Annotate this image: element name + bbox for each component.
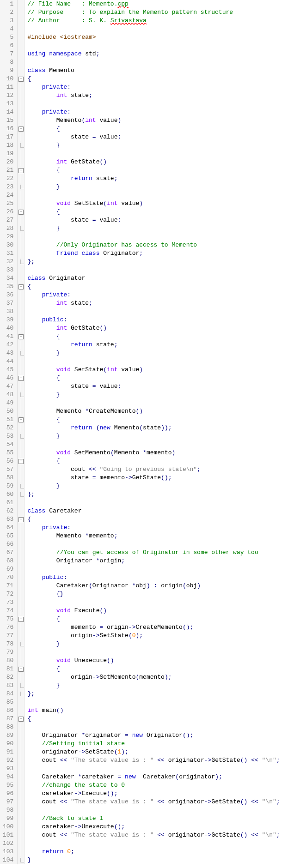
code-line[interactable]: { bbox=[27, 457, 280, 465]
code-line[interactable]: void SetState(int value) bbox=[27, 199, 280, 208]
code-line[interactable]: } bbox=[27, 183, 280, 191]
code-line[interactable]: } bbox=[27, 640, 280, 648]
code-line[interactable] bbox=[27, 598, 280, 607]
code-line[interactable]: Memento *memento; bbox=[27, 532, 280, 540]
code-line[interactable]: return state; bbox=[27, 341, 280, 349]
fold-marker[interactable]: − bbox=[18, 374, 24, 382]
code-line[interactable]: //Setting initial state bbox=[27, 740, 280, 748]
code-line[interactable]: { bbox=[27, 374, 280, 382]
code-line[interactable]: // Purpose : To explain the Memento patt… bbox=[27, 8, 280, 17]
code-line[interactable]: Originator *originator = new Originator(… bbox=[27, 731, 280, 740]
code-line[interactable]: } bbox=[27, 224, 280, 233]
code-line[interactable]: } bbox=[27, 391, 280, 399]
code-line[interactable]: cout << "The state value is : " << origi… bbox=[27, 798, 280, 806]
fold-marker[interactable]: − bbox=[18, 208, 24, 216]
code-line[interactable] bbox=[27, 698, 280, 706]
code-line[interactable] bbox=[27, 540, 280, 549]
code-line[interactable]: int GetState() bbox=[27, 324, 280, 332]
code-line[interactable]: //You can get access of Originator in so… bbox=[27, 549, 280, 557]
fold-marker[interactable]: − bbox=[18, 125, 24, 133]
code-line[interactable]: { bbox=[27, 615, 280, 623]
fold-marker[interactable]: − bbox=[18, 75, 24, 83]
code-line[interactable]: { bbox=[27, 125, 280, 133]
code-line[interactable]: }; bbox=[27, 690, 280, 698]
code-line[interactable] bbox=[27, 648, 280, 657]
code-line[interactable]: Originator *origin; bbox=[27, 557, 280, 565]
code-line[interactable]: { bbox=[27, 75, 280, 83]
fold-marker[interactable]: − bbox=[18, 615, 24, 623]
code-line[interactable]: origin->SetState(0); bbox=[27, 632, 280, 640]
code-line[interactable]: caretaker->Unexecute(); bbox=[27, 823, 280, 831]
code-line[interactable]: caretaker->Execute(); bbox=[27, 790, 280, 798]
code-line[interactable]: } bbox=[27, 482, 280, 490]
code-line[interactable]: int GetState() bbox=[27, 158, 280, 166]
code-line[interactable] bbox=[27, 765, 280, 773]
code-line[interactable]: int state; bbox=[27, 91, 280, 100]
code-line[interactable] bbox=[27, 399, 280, 407]
fold-marker[interactable]: − bbox=[18, 283, 24, 291]
code-line[interactable] bbox=[27, 357, 280, 366]
fold-marker[interactable]: − bbox=[18, 715, 24, 723]
code-line[interactable]: } bbox=[27, 681, 280, 690]
code-line[interactable]: class Originator bbox=[27, 274, 280, 283]
code-line[interactable]: // File Name : Memento.cpp bbox=[27, 0, 280, 8]
code-area[interactable]: // File Name : Memento.cpp// Purpose : T… bbox=[25, 0, 280, 864]
code-line[interactable] bbox=[27, 150, 280, 158]
code-line[interactable] bbox=[27, 307, 280, 316]
code-line[interactable]: { bbox=[27, 166, 280, 175]
code-line[interactable]: private: bbox=[27, 108, 280, 116]
code-line[interactable]: public: bbox=[27, 316, 280, 324]
code-line[interactable]: Memento *CreateMemento() bbox=[27, 407, 280, 416]
code-line[interactable]: cout << "The state value is : " << origi… bbox=[27, 831, 280, 839]
code-line[interactable]: state = memento->GetState(); bbox=[27, 474, 280, 482]
code-line[interactable]: state = value; bbox=[27, 382, 280, 391]
code-line[interactable] bbox=[27, 42, 280, 50]
code-line[interactable]: using namespace std; bbox=[27, 50, 280, 58]
code-line[interactable]: } bbox=[27, 856, 280, 864]
code-line[interactable]: cout << "The state value is : " << origi… bbox=[27, 756, 280, 765]
code-line[interactable] bbox=[27, 723, 280, 731]
code-line[interactable]: #include <iostream> bbox=[27, 33, 280, 42]
code-line[interactable]: void SetState(int value) bbox=[27, 366, 280, 374]
code-line[interactable]: friend class Originator; bbox=[27, 249, 280, 258]
code-line[interactable]: void SetMemento(Memento *memento) bbox=[27, 449, 280, 457]
code-line[interactable]: return 0; bbox=[27, 848, 280, 856]
fold-gutter[interactable]: −−−−−−−−−−−−− bbox=[18, 0, 25, 864]
code-line[interactable] bbox=[27, 839, 280, 848]
fold-marker[interactable]: − bbox=[18, 416, 24, 424]
code-line[interactable]: // Author : S. K. Srivastava bbox=[27, 17, 280, 25]
code-line[interactable]: private: bbox=[27, 291, 280, 299]
code-line[interactable]: public: bbox=[27, 573, 280, 582]
code-line[interactable] bbox=[27, 266, 280, 274]
fold-marker[interactable]: − bbox=[18, 166, 24, 175]
code-line[interactable]: { bbox=[27, 332, 280, 341]
code-line[interactable]: memento = origin->CreateMemento(); bbox=[27, 623, 280, 632]
fold-marker[interactable]: − bbox=[18, 665, 24, 673]
code-line[interactable]: cout << "Going to previous state\n"; bbox=[27, 465, 280, 474]
code-line[interactable]: Memento(int value) bbox=[27, 116, 280, 125]
code-line[interactable] bbox=[27, 440, 280, 449]
code-editor[interactable]: 1234567891011121314151617181920212223242… bbox=[0, 0, 288, 864]
code-line[interactable]: } bbox=[27, 141, 280, 150]
code-line[interactable]: Caretaker(Originator *obj) : origin(obj) bbox=[27, 582, 280, 590]
code-line[interactable]: return state; bbox=[27, 175, 280, 183]
code-line[interactable]: }; bbox=[27, 258, 280, 266]
code-line[interactable]: class Memento bbox=[27, 66, 280, 75]
code-line[interactable]: { bbox=[27, 416, 280, 424]
code-line[interactable]: origin->SetMemento(memento); bbox=[27, 673, 280, 681]
code-line[interactable]: class Caretaker bbox=[27, 507, 280, 515]
code-line[interactable] bbox=[27, 100, 280, 108]
code-line[interactable]: void Execute() bbox=[27, 607, 280, 615]
code-line[interactable]: //Only Originator has access to Memento bbox=[27, 241, 280, 249]
code-line[interactable]: void Unexecute() bbox=[27, 657, 280, 665]
code-line[interactable] bbox=[27, 565, 280, 573]
code-line[interactable] bbox=[27, 499, 280, 507]
code-line[interactable]: int main() bbox=[27, 706, 280, 715]
code-line[interactable]: //change the state to 0 bbox=[27, 781, 280, 790]
code-line[interactable]: } bbox=[27, 349, 280, 357]
code-line[interactable]: state = value; bbox=[27, 216, 280, 224]
code-line[interactable]: { bbox=[27, 515, 280, 524]
code-line[interactable]: //Back to state 1 bbox=[27, 814, 280, 823]
code-line[interactable]: return (new Memento(state)); bbox=[27, 424, 280, 432]
code-line[interactable]: private: bbox=[27, 83, 280, 91]
